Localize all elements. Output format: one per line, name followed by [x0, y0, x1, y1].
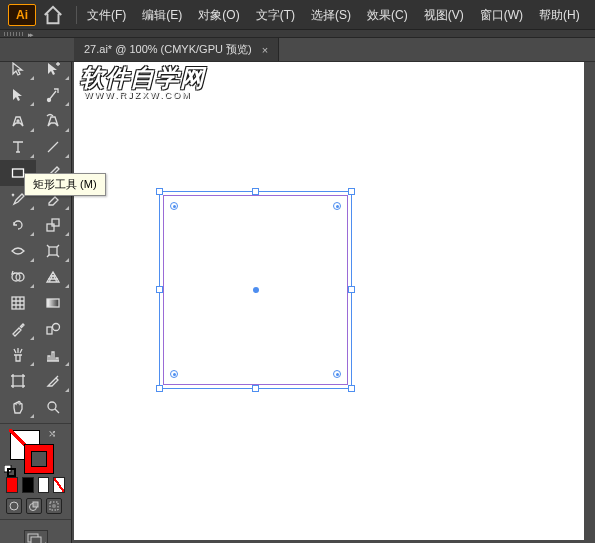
- svg-point-11: [53, 324, 60, 331]
- resize-handle[interactable]: [252, 188, 259, 195]
- draw-normal-icon[interactable]: [6, 498, 22, 514]
- canvas[interactable]: 软件自学网 WWW.RJZXW.COM: [74, 62, 584, 540]
- menu-list: 文件(F) 编辑(E) 对象(O) 文字(T) 选择(S) 效果(C) 视图(V…: [79, 0, 588, 30]
- svg-point-1: [17, 120, 19, 122]
- svg-rect-12: [13, 376, 23, 386]
- width-tool[interactable]: [0, 238, 36, 264]
- tool-grid: [0, 56, 71, 420]
- tool-tooltip: 矩形工具 (M): [24, 173, 106, 196]
- menu-select[interactable]: 选择(S): [303, 0, 359, 30]
- scale-tool[interactable]: [36, 212, 72, 238]
- svg-point-20: [52, 504, 56, 508]
- rotate-tool[interactable]: [0, 212, 36, 238]
- document-tab[interactable]: 27.ai* @ 100% (CMYK/GPU 预览) ×: [74, 38, 279, 61]
- artboard-tool[interactable]: [0, 368, 36, 394]
- svg-point-13: [48, 402, 56, 410]
- svg-rect-5: [49, 247, 57, 255]
- hand-tool[interactable]: [0, 394, 36, 420]
- magic-wand-tool[interactable]: [0, 82, 36, 108]
- draw-mode-row: [0, 496, 71, 516]
- swatch-black[interactable]: [22, 477, 34, 493]
- svg-point-0: [48, 99, 51, 102]
- gradient-tool[interactable]: [36, 290, 72, 316]
- resize-handle[interactable]: [348, 385, 355, 392]
- menu-type[interactable]: 文字(T): [248, 0, 303, 30]
- menu-object[interactable]: 对象(O): [190, 0, 247, 30]
- screen-mode-button[interactable]: [0, 530, 71, 543]
- resize-handle[interactable]: [156, 188, 163, 195]
- curvature-tool[interactable]: [36, 108, 72, 134]
- menu-file[interactable]: 文件(F): [79, 0, 134, 30]
- center-point-icon[interactable]: [253, 287, 259, 293]
- eyedropper-tool[interactable]: [0, 316, 36, 342]
- swatch-red[interactable]: [6, 477, 18, 493]
- blend-tool[interactable]: [36, 316, 72, 342]
- separator: [76, 6, 77, 24]
- control-bar-collapsed[interactable]: ▸▸: [0, 30, 595, 38]
- resize-handle[interactable]: [156, 286, 163, 293]
- resize-handle[interactable]: [156, 385, 163, 392]
- document-tab-strip: 27.ai* @ 100% (CMYK/GPU 预览) ×: [0, 38, 595, 62]
- lasso-tool[interactable]: [36, 82, 72, 108]
- menu-window[interactable]: 窗口(W): [472, 0, 531, 30]
- swap-fill-stroke-icon[interactable]: ⤭: [48, 428, 60, 440]
- resize-handle[interactable]: [348, 286, 355, 293]
- svg-rect-8: [12, 297, 24, 309]
- menu-help[interactable]: 帮助(H): [531, 0, 588, 30]
- tool-panel: ◂◂: [0, 38, 72, 543]
- app-logo: Ai: [8, 4, 36, 26]
- resize-handle[interactable]: [252, 385, 259, 392]
- stroke-swatch[interactable]: [24, 444, 54, 474]
- draw-behind-icon[interactable]: [26, 498, 42, 514]
- svg-rect-2: [12, 169, 23, 177]
- svg-rect-9: [47, 299, 59, 307]
- fill-stroke-control[interactable]: ⤭: [0, 428, 71, 474]
- svg-rect-22: [31, 537, 41, 543]
- perspective-grid-tool[interactable]: [36, 264, 72, 290]
- svg-point-16: [10, 502, 18, 510]
- document-tab-label: 27.ai* @ 100% (CMYK/GPU 预览): [84, 42, 252, 57]
- svg-rect-18: [33, 502, 38, 507]
- workspace: 软件自学网 WWW.RJZXW.COM: [74, 62, 595, 543]
- swatch-none[interactable]: [53, 477, 65, 493]
- slice-tool[interactable]: [36, 368, 72, 394]
- resize-handle[interactable]: [348, 188, 355, 195]
- swatch-white[interactable]: [38, 477, 50, 493]
- symbol-sprayer-tool[interactable]: [0, 342, 36, 368]
- zoom-tool[interactable]: [36, 394, 72, 420]
- watermark-line1: 软件自学网: [80, 62, 205, 94]
- menu-view[interactable]: 视图(V): [416, 0, 472, 30]
- home-icon[interactable]: [42, 4, 64, 26]
- mesh-tool[interactable]: [0, 290, 36, 316]
- column-graph-tool[interactable]: [36, 342, 72, 368]
- menu-edit[interactable]: 编辑(E): [134, 0, 190, 30]
- menu-bar: Ai 文件(F) 编辑(E) 对象(O) 文字(T) 选择(S) 效果(C) 视…: [0, 0, 595, 30]
- close-icon[interactable]: ×: [262, 44, 268, 56]
- color-swatch-row: [0, 474, 71, 496]
- menu-effect[interactable]: 效果(C): [359, 0, 416, 30]
- default-fill-stroke-icon[interactable]: [4, 463, 16, 475]
- svg-rect-10: [47, 327, 52, 334]
- draw-inside-icon[interactable]: [46, 498, 62, 514]
- svg-rect-3: [47, 224, 54, 231]
- line-segment-tool[interactable]: [36, 134, 72, 160]
- svg-rect-4: [52, 219, 59, 226]
- shape-builder-tool[interactable]: [0, 264, 36, 290]
- selection-bounding-box[interactable]: [159, 191, 352, 389]
- watermark: 软件自学网 WWW.RJZXW.COM: [80, 62, 205, 100]
- free-transform-tool[interactable]: [36, 238, 72, 264]
- watermark-line2: WWW.RJZXW.COM: [84, 90, 205, 100]
- pen-tool[interactable]: [0, 108, 36, 134]
- type-tool[interactable]: [0, 134, 36, 160]
